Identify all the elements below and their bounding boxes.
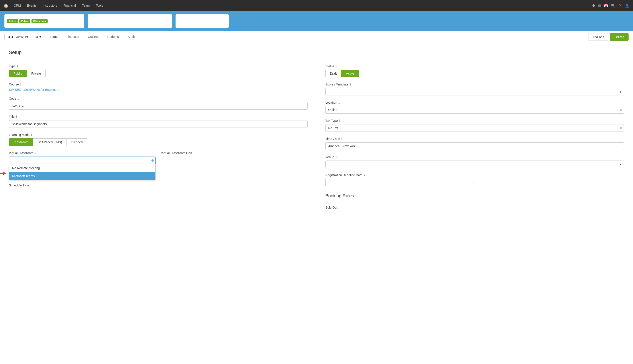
tax-type-input-wrapper: ⊗ (325, 124, 624, 132)
add-ons-button[interactable]: Add-ons (588, 33, 608, 41)
scores-template-info-icon[interactable]: ℹ (350, 82, 351, 86)
registration-deadline-info-icon[interactable]: ℹ (364, 173, 365, 177)
learning-mode-toggle-group: Classroom Self Paced (LMS) Blended (9, 138, 308, 146)
virtual-classroom-input[interactable] (9, 156, 156, 164)
nav-right-icons: ⚙ ▦ 📅 🔍 ❓ 👤 (592, 4, 629, 8)
venue-info-icon[interactable]: ℹ (336, 155, 337, 159)
back-arrow-icon: ◀ (8, 35, 10, 38)
events-list-back-button[interactable]: ◀ ◀ Events List (5, 34, 31, 40)
top-navigation: 🏠 CRM Events Instructors Financial Team … (0, 0, 633, 11)
title-group: Title ℹ (9, 115, 308, 128)
scores-template-select[interactable] (325, 88, 624, 96)
booking-rules-title: Booking Rules (325, 192, 624, 198)
course-info-icon[interactable]: ℹ (20, 82, 21, 86)
code-label: Code ℹ (9, 97, 308, 100)
registration-deadline-label: Registration Deadline Date ℹ (325, 173, 624, 177)
virtual-classroom-input-wrapper: ⊗ (9, 156, 156, 164)
type-group: Type ℹ Public Private (9, 64, 308, 77)
schedule-type-label: Schedule Type (9, 184, 308, 187)
status-active-button[interactable]: Active (341, 70, 359, 77)
tab-outline[interactable]: Outline (84, 32, 101, 42)
tab-right-actions: Add-ons Create (588, 33, 628, 41)
tab-students[interactable]: Students (103, 32, 122, 42)
tab-bar: ◀ ◀ Events List ✉ ▼ Setup Finances Outli… (0, 31, 633, 43)
banner-area: Active Public Classroom (0, 11, 633, 31)
location-clear-icon[interactable]: ⊗ (619, 108, 622, 112)
grid-icon[interactable]: ▦ (598, 4, 601, 8)
code-info-icon[interactable]: ℹ (18, 97, 19, 100)
tab-finances[interactable]: Finances (63, 32, 83, 42)
status-toggle-group: Draft Active (325, 70, 624, 77)
email-icon: ✉ (36, 35, 38, 38)
virtual-classroom-group: Virtual Classroom ℹ ⊗ No Remote Meeting … (9, 151, 156, 164)
location-group: Location ℹ ⊗ (325, 101, 624, 114)
title-label: Title ℹ (9, 115, 308, 118)
course-group: Course ℹ SW-BEG - SolidWorks for Beginne… (9, 82, 308, 92)
search-icon[interactable]: 🔍 (611, 4, 615, 8)
status-info-icon[interactable]: ℹ (336, 64, 337, 68)
venue-group: Venue ℹ ▼ (325, 155, 624, 168)
tax-type-label: Tax Type ℹ (325, 119, 624, 122)
type-info-icon[interactable]: ℹ (17, 64, 18, 68)
status-draft-button[interactable]: Draft (325, 70, 341, 77)
tab-setup[interactable]: Setup (46, 32, 61, 42)
title-input[interactable] (9, 120, 308, 128)
settings-icon[interactable]: ⚙ (592, 4, 595, 8)
title-info-icon[interactable]: ℹ (16, 115, 17, 118)
venue-select[interactable] (325, 160, 624, 168)
banner-card-1: Active Public Classroom (5, 14, 84, 28)
dropdown-option-no-remote[interactable]: No Remote Meeting (9, 164, 155, 172)
registration-deadline-input-1[interactable] (325, 179, 473, 186)
public-badge: Public (19, 19, 30, 23)
tax-type-input[interactable] (325, 124, 624, 132)
calendar-icon[interactable]: 📅 (604, 4, 608, 8)
nav-instructors[interactable]: Instructors (40, 2, 60, 9)
tax-type-info-icon[interactable]: ℹ (339, 119, 340, 122)
virtual-classroom-link-group: Virtual Classroom Link (161, 151, 308, 164)
mode-self-paced-button[interactable]: Self Paced (LMS) (33, 138, 67, 146)
registration-deadline-input-2[interactable] (476, 179, 624, 186)
status-group: Status ℹ Draft Active (325, 64, 624, 77)
nav-tools[interactable]: Tools (93, 2, 106, 9)
location-info-icon[interactable]: ℹ (339, 101, 340, 104)
arrow-line (0, 173, 3, 174)
red-arrow (0, 172, 6, 175)
status-label: Status ℹ (325, 64, 624, 68)
type-public-button[interactable]: Public (9, 70, 27, 77)
course-link[interactable]: SW-BEG - SolidWorks for Beginners (9, 88, 59, 92)
time-zone-info-icon[interactable]: ℹ (341, 137, 343, 140)
nav-events[interactable]: Events (24, 2, 39, 9)
sold-out-label: Sold Out (325, 206, 624, 209)
user-icon[interactable]: 👤 (625, 4, 629, 8)
code-input[interactable] (9, 102, 308, 110)
nav-financial[interactable]: Financial (61, 2, 79, 9)
type-toggle-group: Public Private (9, 70, 308, 77)
dropdown-option-microsoft-teams[interactable]: Microsoft Teams (9, 172, 155, 180)
tax-type-group: Tax Type ℹ ⊗ (325, 119, 624, 132)
mode-classroom-button[interactable]: Classroom (9, 138, 33, 146)
virtual-classroom-info-icon[interactable]: ℹ (35, 151, 36, 155)
location-input[interactable] (325, 106, 624, 114)
tab-audit[interactable]: Audit (124, 32, 138, 42)
registration-deadline-inputs (325, 179, 624, 186)
learning-mode-info-icon[interactable]: ℹ (31, 133, 32, 136)
email-dropdown-icon: ▼ (39, 35, 42, 38)
nav-team[interactable]: Team (79, 2, 92, 9)
arrow-head (3, 172, 6, 175)
type-private-button[interactable]: Private (27, 70, 46, 77)
nav-crm[interactable]: CRM (11, 2, 24, 9)
schedule-section-divider: Schedule Type (9, 180, 308, 187)
tax-type-clear-icon[interactable]: ⊗ (619, 126, 622, 130)
banner-card-3 (176, 14, 229, 28)
home-icon[interactable]: 🏠 (4, 3, 9, 8)
time-zone-group: Time Zone ℹ (325, 137, 624, 150)
time-zone-input[interactable] (325, 142, 624, 150)
location-label: Location ℹ (325, 101, 624, 104)
virtual-classroom-clear-icon[interactable]: ⊗ (151, 158, 154, 162)
location-input-wrapper: ⊗ (325, 106, 624, 114)
create-button[interactable]: Create (610, 33, 628, 41)
mode-blended-button[interactable]: Blended (67, 138, 87, 146)
help-icon[interactable]: ❓ (618, 4, 622, 8)
classroom-badge: Classroom (32, 19, 48, 23)
email-button[interactable]: ✉ ▼ (33, 34, 44, 40)
